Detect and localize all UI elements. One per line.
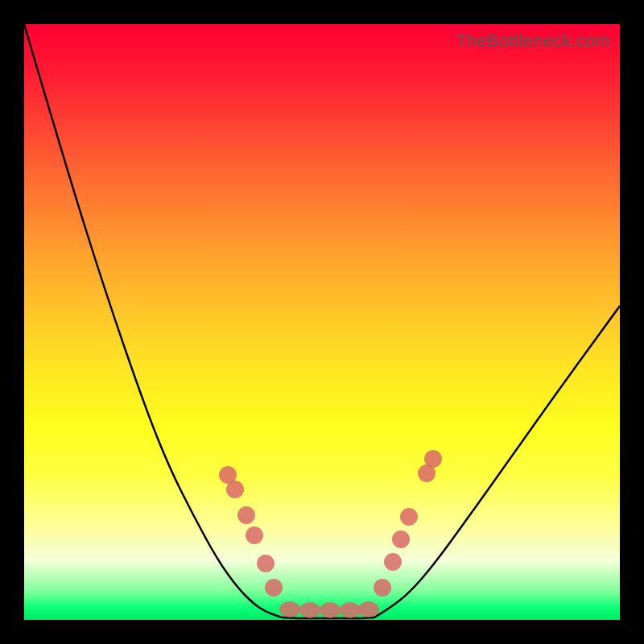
data-marker-flat (320, 602, 341, 618)
data-marker (424, 450, 442, 468)
markers-flat (279, 601, 379, 618)
data-marker-flat (340, 602, 361, 618)
right-branch-curve (374, 306, 620, 617)
curve-svg (24, 24, 620, 620)
markers-right (374, 450, 442, 597)
plot-area: TheBottleneck.com (24, 24, 620, 620)
data-marker-flat (279, 601, 300, 617)
data-marker (400, 508, 418, 526)
data-marker (226, 481, 244, 498)
chart-container: TheBottleneck.com (0, 0, 644, 644)
data-marker (392, 530, 410, 548)
left-branch-curve (24, 24, 282, 617)
data-marker (265, 579, 283, 597)
data-marker (237, 506, 255, 524)
data-marker (384, 553, 402, 571)
markers-left (219, 466, 283, 597)
data-marker-flat (299, 602, 320, 618)
data-marker-flat (358, 601, 379, 617)
data-marker (374, 579, 391, 597)
data-marker (246, 526, 263, 544)
data-marker (257, 555, 275, 572)
